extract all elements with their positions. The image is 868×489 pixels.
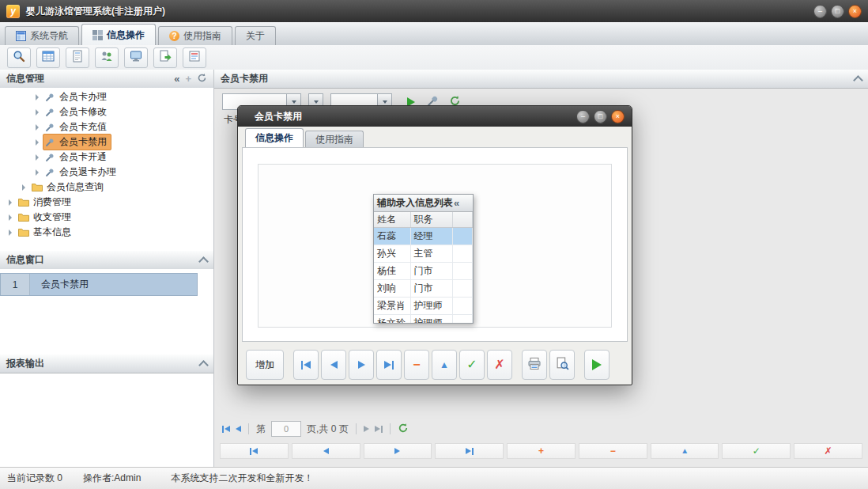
expand-arrow-icon[interactable]	[36, 109, 39, 116]
lookup-row[interactable]: 杨佳 门市	[374, 263, 473, 280]
first-page-button[interactable]	[222, 426, 230, 433]
preview-icon	[556, 357, 569, 373]
lookup-row[interactable]: 石蕊 经理	[374, 228, 473, 245]
next-record-button[interactable]	[349, 350, 374, 380]
delete-record-button[interactable]: −	[404, 350, 429, 380]
minimize-icon[interactable]: –	[813, 5, 827, 18]
cell-name[interactable]: 杨文玲	[374, 315, 410, 324]
first-record-button[interactable]	[293, 350, 319, 380]
cell-name[interactable]: 杨佳	[374, 263, 410, 280]
collapse-up-icon[interactable]	[198, 256, 209, 267]
tree-folder-basic-info[interactable]: 基本信息	[0, 225, 213, 240]
tab-user-guide[interactable]: ? 使用指南	[158, 26, 232, 45]
execute-button[interactable]	[584, 350, 609, 380]
collapse-panel-icon[interactable]: «	[174, 74, 179, 84]
print-preview-button[interactable]	[549, 350, 575, 380]
dialog-tab-info-operations[interactable]: 信息操作	[245, 128, 304, 147]
expand-arrow-icon[interactable]	[36, 94, 39, 100]
tab-info-operations[interactable]: 信息操作	[81, 24, 156, 45]
prev-page-button[interactable]	[236, 426, 241, 432]
edit-record-button[interactable]: ▲	[651, 443, 719, 459]
cell-role[interactable]: 护理师	[410, 298, 452, 315]
column-header-role[interactable]: 职务	[410, 212, 452, 228]
cancel-button[interactable]: ✗	[794, 443, 862, 459]
column-header-name[interactable]: 姓名	[374, 212, 410, 228]
add-button[interactable]: 增加	[246, 350, 284, 380]
list-item-selected[interactable]: 1 会员卡禁用	[0, 273, 198, 296]
collapse-up-icon[interactable]	[853, 75, 863, 85]
tree-item-card-enable[interactable]: 会员卡开通	[0, 150, 213, 165]
expand-arrow-icon[interactable]	[9, 229, 12, 236]
report-button[interactable]	[183, 47, 206, 68]
tree-item-card-disable[interactable]: 会员卡禁用	[0, 135, 213, 150]
confirm-button[interactable]: ✓	[722, 443, 791, 459]
expand-arrow-icon[interactable]	[36, 154, 39, 161]
cell-role[interactable]: 护理师	[410, 315, 452, 324]
dialog-titlebar[interactable]: 会员卡禁用 – □ ×	[238, 106, 632, 127]
next-page-button[interactable]	[364, 426, 369, 432]
cell-role[interactable]: 门市	[410, 280, 452, 298]
first-record-button[interactable]	[220, 443, 289, 459]
print-button[interactable]	[522, 350, 547, 380]
tab-about[interactable]: 关于	[235, 26, 276, 45]
tree-item-card-register[interactable]: 会员卡办理	[0, 89, 213, 104]
lookup-row-clipped[interactable]: 杨文玲 护理师	[374, 315, 473, 324]
maximize-icon[interactable]: □	[594, 110, 607, 123]
add-icon[interactable]: +	[185, 74, 191, 84]
next-record-button[interactable]	[364, 443, 432, 459]
last-page-button[interactable]	[375, 426, 383, 433]
collapse-up-icon[interactable]	[198, 360, 209, 370]
refresh-icon[interactable]	[197, 73, 207, 85]
prev-record-button[interactable]	[321, 350, 346, 380]
tree-item-card-refund[interactable]: 会员退卡办理	[0, 165, 213, 180]
expand-arrow-icon[interactable]	[9, 214, 12, 221]
close-icon[interactable]: ×	[848, 5, 862, 18]
tree-folder-member-query[interactable]: 会员信息查询	[0, 180, 213, 195]
export-button[interactable]	[153, 47, 177, 68]
table-view-button[interactable]	[36, 47, 60, 68]
last-record-button[interactable]	[376, 350, 402, 380]
cell-role[interactable]: 门市	[410, 263, 452, 280]
expand-arrow-icon[interactable]	[36, 169, 39, 176]
monitor-button[interactable]	[124, 47, 148, 68]
users-button[interactable]	[95, 47, 119, 68]
tree-item-card-recharge[interactable]: 会员卡充值	[0, 119, 213, 135]
expand-arrow-icon[interactable]	[36, 139, 39, 146]
last-record-button[interactable]	[435, 443, 504, 459]
tab-system-nav[interactable]: 系统导航	[5, 26, 79, 45]
tree-item-label: 消费管理	[33, 195, 71, 209]
lookup-row[interactable]: 孙兴 主管	[374, 245, 473, 263]
add-record-button[interactable]: +	[507, 443, 576, 459]
prev-record-button[interactable]	[292, 443, 360, 459]
page-number-input[interactable]	[271, 421, 301, 437]
dialog-tab-user-guide[interactable]: 使用指南	[305, 131, 364, 147]
tree-item-card-modify[interactable]: 会员卡修改	[0, 104, 213, 119]
edit-record-button[interactable]: ▲	[432, 350, 457, 380]
search-button[interactable]	[7, 47, 31, 68]
maximize-icon[interactable]: □	[831, 5, 844, 18]
close-icon[interactable]: ×	[611, 110, 625, 123]
cell-name[interactable]: 石蕊	[374, 228, 410, 245]
refresh-icon[interactable]	[398, 423, 409, 436]
lookup-row[interactable]: 梁景肖 护理师	[374, 298, 473, 315]
dialog-title: 会员卡禁用	[255, 110, 302, 123]
cell-name[interactable]: 梁景肖	[374, 298, 410, 315]
cancel-button[interactable]: ✗	[487, 350, 512, 380]
cell-name[interactable]: 刘响	[374, 280, 410, 298]
popup-header[interactable]: 辅助录入信息列表 «	[374, 195, 473, 212]
expand-arrow-icon[interactable]	[22, 184, 25, 191]
minimize-icon[interactable]: –	[576, 110, 590, 123]
cell-name[interactable]: 孙兴	[374, 245, 410, 263]
collapse-left-icon[interactable]: «	[454, 198, 459, 208]
tree-folder-consumption[interactable]: 消费管理	[0, 195, 213, 210]
document-button[interactable]	[66, 47, 89, 68]
expand-arrow-icon[interactable]	[36, 124, 39, 131]
page-prefix-label: 第	[256, 423, 266, 436]
delete-record-button[interactable]: −	[579, 443, 647, 459]
cell-role[interactable]: 主管	[410, 245, 452, 263]
expand-arrow-icon[interactable]	[9, 199, 12, 206]
lookup-row[interactable]: 刘响 门市	[374, 280, 473, 298]
confirm-button[interactable]: ✓	[459, 350, 485, 380]
cell-role[interactable]: 经理	[410, 228, 452, 245]
tree-folder-finance[interactable]: 收支管理	[0, 210, 213, 225]
